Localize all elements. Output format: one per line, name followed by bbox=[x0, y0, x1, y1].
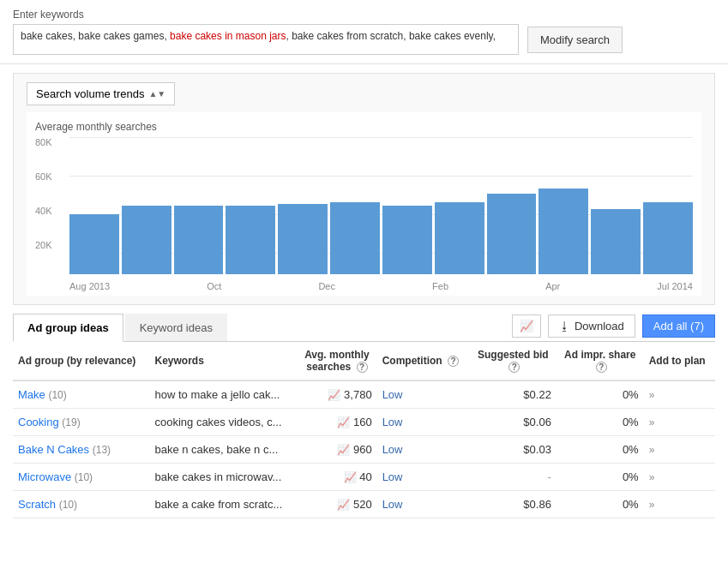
cell-competition-0: Low bbox=[377, 380, 470, 409]
cell-suggested-bid-0: $0.22 bbox=[470, 380, 557, 409]
avg-monthly-help-icon[interactable]: ? bbox=[357, 362, 368, 373]
y-label-20k: 20K bbox=[35, 240, 52, 250]
chart-container: 80K 60K 40K 20K bbox=[35, 137, 693, 291]
modify-search-button[interactable]: Modify search bbox=[527, 27, 623, 53]
ad-group-count-2: (13) bbox=[93, 444, 111, 456]
tab-keyword-ideas[interactable]: Keyword ideas bbox=[125, 314, 227, 341]
suggested-bid-value-2: $0.03 bbox=[523, 443, 551, 456]
trend-icon-3[interactable]: 📈 bbox=[344, 471, 357, 483]
download-icon: ⭳ bbox=[559, 320, 570, 332]
cell-ad-group-2: Bake N Cakes (13) bbox=[13, 436, 149, 464]
x-label-oct: Oct bbox=[207, 281, 221, 291]
x-label-apr: Apr bbox=[545, 281, 560, 291]
competition-value-0: Low bbox=[382, 388, 403, 401]
download-label: Download bbox=[575, 320, 624, 332]
y-label-60k: 60K bbox=[35, 171, 52, 182]
ad-group-count-1: (19) bbox=[62, 416, 80, 428]
bar-7 bbox=[382, 206, 432, 274]
ad-impr-value-2: 0% bbox=[623, 443, 639, 456]
tab-ad-group-ideas[interactable]: Ad group ideas bbox=[13, 314, 123, 342]
cell-add-to-plan-4: » bbox=[644, 491, 715, 518]
add-to-plan-chevron-0[interactable]: » bbox=[649, 389, 655, 401]
cell-ad-group-1: Cooking (19) bbox=[13, 409, 149, 436]
keywords-section: Enter keywords bake cakes, bake cakes ga… bbox=[0, 0, 728, 64]
cell-keywords-1: cooking cakes videos, c... bbox=[149, 409, 297, 436]
x-axis: Aug 2013 Oct Dec Feb Apr Jul 2014 bbox=[69, 281, 693, 291]
bar-2 bbox=[122, 206, 171, 274]
add-to-plan-chevron-3[interactable]: » bbox=[649, 471, 655, 483]
suggested-bid-help-icon[interactable]: ? bbox=[508, 362, 520, 373]
cell-ad-group-0: Make (10) bbox=[13, 380, 149, 409]
ad-impr-help-icon[interactable]: ? bbox=[596, 362, 607, 373]
bar-8 bbox=[435, 202, 484, 274]
ad-group-link-0[interactable]: Make bbox=[18, 388, 45, 401]
cell-add-to-plan-2: » bbox=[644, 436, 715, 464]
y-axis: 80K 60K 40K 20K bbox=[35, 137, 52, 291]
cell-add-to-plan-3: » bbox=[644, 464, 715, 491]
x-label-jul2014: Jul 2014 bbox=[657, 281, 693, 291]
bar-6 bbox=[330, 202, 380, 274]
table-row: Cooking (19) cooking cakes videos, c... … bbox=[13, 409, 715, 436]
col-suggested-bid: Suggested bid? bbox=[470, 342, 557, 380]
cell-ad-group-3: Microwave (10) bbox=[13, 464, 149, 491]
cell-competition-1: Low bbox=[377, 409, 470, 436]
trend-icon-2[interactable]: 📈 bbox=[337, 444, 350, 456]
competition-help-icon[interactable]: ? bbox=[448, 356, 459, 367]
bar-4 bbox=[226, 206, 275, 274]
chart-dropdown-button[interactable]: Search volume trends ▲▼ bbox=[27, 82, 175, 105]
chart-title: Average monthly searches bbox=[35, 121, 693, 133]
cell-suggested-bid-3: - bbox=[470, 464, 557, 491]
cell-avg-monthly-0: 📈 3,780 bbox=[297, 380, 376, 409]
cell-suggested-bid-4: $0.86 bbox=[470, 491, 557, 518]
add-all-button[interactable]: Add all (7) bbox=[642, 314, 715, 338]
add-to-plan-chevron-2[interactable]: » bbox=[649, 444, 655, 456]
cell-suggested-bid-1: $0.06 bbox=[470, 409, 557, 436]
keywords-input[interactable]: bake cakes, bake cakes games, bake cakes… bbox=[13, 24, 519, 55]
trend-icon-4[interactable]: 📈 bbox=[337, 499, 350, 511]
chart-header: Search volume trends ▲▼ bbox=[27, 82, 701, 105]
ad-group-link-3[interactable]: Microwave bbox=[18, 470, 71, 483]
bar-11 bbox=[591, 209, 641, 274]
keywords-text-3: bake cakes in microwav... bbox=[154, 470, 281, 483]
keywords-text-4: bake a cake from scratc... bbox=[154, 498, 282, 511]
chart-area: Average monthly searches 80K 60K 40K 20K bbox=[27, 112, 701, 296]
ad-group-link-2[interactable]: Bake N Cakes bbox=[18, 443, 89, 456]
add-to-plan-chevron-4[interactable]: » bbox=[649, 499, 655, 511]
table-row: Microwave (10) bake cakes in microwav...… bbox=[13, 464, 715, 491]
chart-section: Search volume trends ▲▼ Average monthly … bbox=[13, 73, 715, 305]
add-to-plan-chevron-1[interactable]: » bbox=[649, 416, 655, 428]
table-section: Ad group (by relevance) Keywords Avg. mo… bbox=[13, 342, 715, 518]
cell-competition-4: Low bbox=[377, 491, 470, 518]
cell-avg-monthly-3: 📈 40 bbox=[297, 464, 376, 491]
bars-container bbox=[69, 137, 693, 274]
bar-1 bbox=[69, 214, 119, 274]
ad-group-count-4: (10) bbox=[59, 499, 77, 511]
col-ad-group: Ad group (by relevance) bbox=[13, 342, 149, 380]
ad-group-link-1[interactable]: Cooking bbox=[18, 416, 59, 428]
cell-keywords-0: how to make a jello cak... bbox=[149, 380, 297, 409]
enter-keywords-label: Enter keywords bbox=[13, 9, 715, 21]
cell-suggested-bid-2: $0.03 bbox=[470, 436, 557, 464]
cell-ad-impr-share-1: 0% bbox=[557, 409, 644, 436]
ad-group-link-4[interactable]: Scratch bbox=[18, 498, 56, 511]
suggested-bid-value-0: $0.22 bbox=[523, 388, 551, 401]
chart-view-button[interactable]: 📈 bbox=[512, 314, 541, 338]
download-button[interactable]: ⭳ Download bbox=[548, 314, 635, 338]
bar-9 bbox=[487, 194, 537, 274]
ad-group-count-3: (10) bbox=[75, 471, 93, 483]
keywords-text-2: bake n cakes, bake n c... bbox=[154, 443, 278, 456]
cell-competition-2: Low bbox=[377, 436, 470, 464]
cell-avg-monthly-2: 📈 960 bbox=[297, 436, 376, 464]
tabs-row: Ad group ideas Keyword ideas 📈 ⭳ Downloa… bbox=[13, 314, 715, 342]
cell-avg-monthly-4: 📈 520 bbox=[297, 491, 376, 518]
cell-add-to-plan-0: » bbox=[644, 380, 715, 409]
table-row: Bake N Cakes (13) bake n cakes, bake n c… bbox=[13, 436, 715, 464]
table-row: Scratch (10) bake a cake from scratc... … bbox=[13, 491, 715, 518]
competition-value-3: Low bbox=[382, 470, 403, 483]
suggested-bid-value-1: $0.06 bbox=[523, 416, 551, 428]
cell-ad-impr-share-3: 0% bbox=[557, 464, 644, 491]
trend-icon-0[interactable]: 📈 bbox=[328, 389, 340, 401]
table-header-row: Ad group (by relevance) Keywords Avg. mo… bbox=[13, 342, 715, 380]
cell-keywords-4: bake a cake from scratc... bbox=[149, 491, 297, 518]
trend-icon-1[interactable]: 📈 bbox=[337, 416, 350, 428]
